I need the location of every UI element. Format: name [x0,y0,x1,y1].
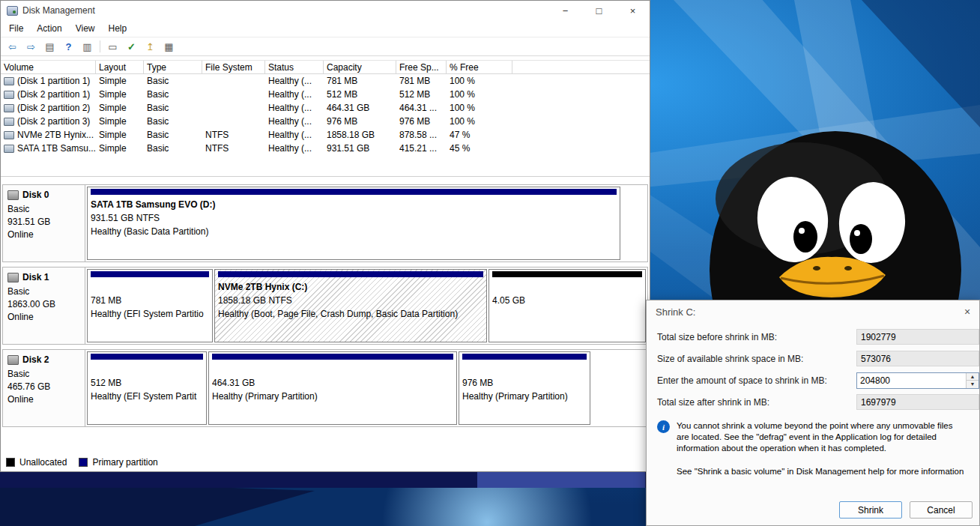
partition-title: SATA 1TB Samsung EVO (D:) [91,198,617,211]
check-document-icon[interactable]: ✓ [123,39,140,55]
table-row[interactable]: NVMe 2TB Hynix... Simple Basic NTFS Heal… [1,128,650,142]
field-available-space: Size of available shrink space in MB: 57… [657,351,979,366]
cell-volume: (Disk 1 partition 1) [1,76,96,86]
partition-size: 1858.18 GB NTFS [218,294,483,307]
total-before-value: 1902779 [856,329,979,345]
partition-status: Healthy (EFI System Partitio [91,307,209,321]
info-text: You cannot shrink a volume beyond the po… [677,420,961,454]
dialog-close-icon[interactable]: × [955,300,979,323]
disk-size: 1863.00 GB [7,298,80,311]
disk-2-row: Disk 2 Basic 465.76 GB Online 512 MB Hea… [2,349,648,427]
cell-volume: NVMe 2TB Hynix... [1,130,96,140]
primary-partition-bar [91,271,209,277]
table-row[interactable]: (Disk 2 partition 3) Simple Basic Health… [1,115,650,128]
shrink-amount-input[interactable] [857,373,966,388]
disk-size: 931.51 GB [7,216,80,229]
primary-partition-swatch [79,458,88,467]
disk-0-header[interactable]: Disk 0 Basic 931.51 GB Online [3,185,85,262]
table-row[interactable]: (Disk 2 partition 2) Simple Basic Health… [1,101,650,115]
cell-layout: Simple [96,103,144,113]
partition-nvme-c-selected[interactable]: NVMe 2TB Hynix (C:) 1858.18 GB NTFS Heal… [214,269,487,342]
partition-status: Healthy (Basic Data Partition) [91,225,617,238]
column-header-file-system[interactable]: File System [202,61,265,73]
cell-free-space: 464.31 ... [396,103,447,113]
dialog-title-bar[interactable]: Shrink C: × [647,300,979,323]
cell-capacity: 931.51 GB [324,143,396,154]
disk-1-row: Disk 1 Basic 1863.00 GB Online 781 MB He… [2,267,648,345]
primary-partition-bar [218,271,483,277]
menu-action[interactable]: Action [30,21,68,36]
cancel-button[interactable]: Cancel [910,501,973,519]
disk-2-header[interactable]: Disk 2 Basic 465.76 GB Online [3,350,85,426]
back-icon[interactable]: ⇦ [4,39,21,55]
primary-partition-bar [91,189,617,195]
field-label: Size of available shrink space in MB: [657,354,856,364]
disk-1-header[interactable]: Disk 1 Basic 1863.00 GB Online [3,267,85,344]
folder-up-icon[interactable]: ↥ [142,39,159,55]
cell-layout: Simple [96,76,144,86]
volume-icon [4,91,14,99]
maximize-button[interactable]: □ [582,1,616,20]
cell-volume: (Disk 2 partition 3) [1,116,96,127]
total-after-value: 1697979 [856,394,979,410]
column-header-pct-free[interactable]: % Free [447,61,512,73]
table-row[interactable]: (Disk 2 partition 1) Simple Basic Health… [1,88,650,101]
column-header-status[interactable]: Status [265,61,324,73]
partition-status: Healthy (Boot, Page File, Crash Dump, Ba… [218,307,483,321]
column-header-capacity[interactable]: Capacity [324,61,396,73]
disk-kind: Basic [7,203,80,216]
legend-primary-partition: Primary partition [79,457,157,468]
cell-volume: (Disk 2 partition 1) [1,89,96,100]
disk-management-app-icon [7,6,18,16]
partition-size: 976 MB [462,376,587,390]
partition-sata-d[interactable]: SATA 1TB Samsung EVO (D:) 931.51 GB NTFS… [87,187,620,260]
partition-size: 931.51 GB NTFS [91,211,617,225]
partition-primary-976[interactable]: 976 MB Healthy (Primary Partition) [459,351,590,425]
disk-management-window: Disk Management − □ × File Action View H… [0,0,650,472]
console-tree-icon[interactable]: ▤ [41,39,58,55]
help-icon[interactable]: ? [60,39,77,55]
desktop-light-band [477,472,645,488]
cell-type: Basic [144,76,202,86]
cell-capacity: 1858.18 GB [324,130,396,140]
forward-icon[interactable]: ⇨ [22,39,40,55]
title-bar[interactable]: Disk Management − □ × [1,1,650,20]
cell-file-system: NTFS [202,143,265,154]
cell-free-space: 781 MB [396,76,447,86]
column-header-volume[interactable]: Volume [1,61,96,73]
spinner-down-icon[interactable]: ▼ [967,380,979,388]
menu-file[interactable]: File [2,21,30,36]
column-header-free-space[interactable]: Free Sp... [396,61,447,73]
properties-icon[interactable]: ▦ [160,39,178,55]
column-header-type[interactable]: Type [144,61,202,73]
volume-icon [4,118,14,126]
help-text: See "Shrink a basic volume" in Disk Mana… [677,467,969,476]
table-row[interactable]: (Disk 1 partition 1) Simple Basic Health… [1,74,650,88]
disk-0-row: Disk 0 Basic 931.51 GB Online SATA 1TB S… [2,184,648,262]
menu-help[interactable]: Help [102,21,134,36]
disk-icon [7,273,19,282]
cell-pct-free: 100 % [447,116,512,127]
primary-partition-bar [212,354,453,360]
dialog-body: Total size before shrink in MB: 1902779 … [647,323,979,525]
partition-efi-disk2[interactable]: 512 MB Healthy (EFI System Partit [87,351,207,425]
cell-pct-free: 100 % [447,103,512,113]
menu-view[interactable]: View [69,21,102,36]
shrink-amount-field: ▲ ▼ [856,372,979,389]
table-row[interactable]: SATA 1TB Samsu... Simple Basic NTFS Heal… [1,142,650,155]
partition-primary-464[interactable]: 464.31 GB Healthy (Primary Partition) [208,351,457,425]
partition-unallocated[interactable]: 4.05 GB [489,269,646,342]
cell-status: Healthy (... [265,89,324,100]
action-pane-icon[interactable]: ▥ [79,39,96,55]
minimize-button[interactable]: − [548,1,582,20]
close-button[interactable]: × [616,1,650,20]
partition-efi-disk1[interactable]: 781 MB Healthy (EFI System Partitio [87,269,213,342]
spinner-up-icon[interactable]: ▲ [967,373,979,381]
shrink-button[interactable]: Shrink [839,501,902,519]
unallocated-bar [492,271,642,277]
partition-title: NVMe 2TB Hynix (C:) [218,280,483,294]
unallocated-swatch [6,458,15,467]
dialog-icon[interactable]: ▭ [104,39,121,55]
partition-status: Healthy (EFI System Partit [91,390,203,403]
column-header-layout[interactable]: Layout [96,61,144,73]
